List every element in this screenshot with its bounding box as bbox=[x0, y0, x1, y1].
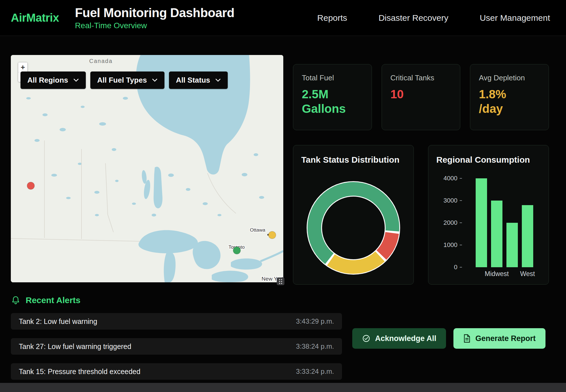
stat-value: 2.5M Gallons bbox=[302, 87, 363, 116]
alert-time: 3:43:29 p.m. bbox=[296, 317, 334, 325]
alerts-heading-text: Recent Alerts bbox=[26, 295, 80, 305]
alerts-body: Tank 2: Low fuel warning 3:43:29 p.m. Ta… bbox=[11, 313, 549, 380]
donut-chart bbox=[305, 179, 402, 276]
alert-actions: Acknowledge All Generate Report bbox=[352, 328, 545, 349]
regional-consumption-chart-card: Regional Consumption 4000 3000 2000 1000… bbox=[428, 145, 549, 285]
regions-filter-label: All Regions bbox=[27, 76, 68, 85]
bell-icon bbox=[11, 295, 21, 305]
stat-card-avg-depletion: Avg Depletion 1.8%/day bbox=[470, 64, 549, 130]
alert-row[interactable]: Tank 15: Pressure threshold exceeded 3:3… bbox=[11, 363, 342, 380]
map-water-lake-ontario bbox=[231, 258, 262, 270]
main-content: Canada Ottawa Toronto New York + − All R… bbox=[0, 36, 566, 285]
recent-alerts-section: Recent Alerts Tank 2: Low fuel warning 3… bbox=[0, 285, 566, 380]
alert-row[interactable]: Tank 27: Low fuel warning triggered 3:38… bbox=[11, 338, 342, 355]
brand-logo: AirMatrix bbox=[11, 11, 59, 24]
stat-card-critical-tanks: Critical Tanks 10 bbox=[382, 64, 461, 130]
map-panel: Canada Ottawa Toronto New York + − All R… bbox=[11, 55, 283, 282]
bar-chart-title: Regional Consumption bbox=[436, 155, 541, 165]
status-filter-dropdown[interactable]: All Status bbox=[169, 72, 228, 89]
stat-card-total-fuel: Total Fuel 2.5M Gallons bbox=[293, 64, 372, 130]
y-tick-label: 3000 bbox=[443, 197, 457, 204]
map-marker-critical[interactable] bbox=[27, 182, 34, 189]
map-marker-normal[interactable] bbox=[233, 247, 241, 254]
stat-label: Total Fuel bbox=[302, 74, 363, 82]
y-tick-mark bbox=[460, 178, 462, 179]
bar[interactable] bbox=[506, 223, 518, 267]
y-tick-label: 2000 bbox=[443, 219, 457, 226]
map-marker-warning[interactable] bbox=[268, 231, 276, 239]
y-tick-label: 4000 bbox=[443, 175, 457, 182]
document-icon bbox=[463, 334, 471, 343]
alert-list: Tank 2: Low fuel warning 3:43:29 p.m. Ta… bbox=[11, 313, 342, 380]
bar[interactable] bbox=[522, 205, 533, 267]
nav-item-disaster-recovery[interactable]: Disaster Recovery bbox=[378, 13, 448, 23]
map-surface: Canada Ottawa Toronto New York bbox=[11, 55, 283, 282]
alert-time: 3:33:24 p.m. bbox=[296, 368, 334, 375]
y-tick-label: 0 bbox=[454, 264, 457, 271]
tank-status-chart-card: Tank Status Distribution bbox=[293, 145, 414, 285]
page-subtitle: Real-Time Overview bbox=[75, 21, 234, 30]
acknowledge-all-label: Acknowledge All bbox=[375, 334, 436, 343]
status-filter-label: All Status bbox=[176, 76, 210, 85]
bar[interactable] bbox=[476, 178, 487, 267]
zoom-in-button[interactable]: + bbox=[18, 62, 27, 72]
x-tick-label: Midwest bbox=[485, 270, 509, 278]
donut-chart-canvas bbox=[305, 179, 402, 276]
bottom-strip bbox=[0, 383, 566, 392]
generate-report-label: Generate Report bbox=[475, 334, 536, 343]
y-tick-mark bbox=[460, 267, 462, 268]
stat-value: 1.8%/day bbox=[479, 87, 508, 116]
bar-group bbox=[462, 178, 541, 267]
fuel-types-filter-label: All Fuel Types bbox=[97, 76, 147, 85]
y-tick-mark bbox=[460, 200, 462, 201]
right-column: Total Fuel 2.5M Gallons Critical Tanks 1… bbox=[293, 55, 549, 285]
chevron-down-icon bbox=[215, 78, 221, 82]
alert-time: 3:38:24 p.m. bbox=[296, 342, 334, 350]
chevron-down-icon bbox=[152, 78, 158, 82]
map-label-ottawa: Ottawa bbox=[250, 227, 265, 233]
nav-item-user-management[interactable]: User Management bbox=[480, 13, 550, 23]
check-circle-icon bbox=[362, 334, 370, 343]
app-header: AirMatrix Fuel Monitoring Dashboard Real… bbox=[0, 0, 566, 36]
generate-report-button[interactable]: Generate Report bbox=[453, 328, 545, 349]
alert-row[interactable]: Tank 2: Low fuel warning 3:43:29 p.m. bbox=[11, 313, 342, 330]
nav-item-reports[interactable]: Reports bbox=[317, 13, 347, 23]
acknowledge-all-button[interactable]: Acknowledge All bbox=[352, 328, 446, 349]
charts-row: Tank Status Distribution Regional Consum… bbox=[293, 145, 549, 285]
chevron-down-icon bbox=[73, 78, 79, 82]
stats-row: Total Fuel 2.5M Gallons Critical Tanks 1… bbox=[293, 64, 549, 130]
bar-chart-y-axis: 4000 3000 2000 1000 0 bbox=[436, 175, 462, 270]
bar-chart: 4000 3000 2000 1000 0 bbox=[436, 178, 541, 280]
map-canvas[interactable]: Canada Ottawa Toronto New York bbox=[11, 55, 283, 282]
stat-label: Avg Depletion bbox=[479, 74, 540, 82]
map-label-canada: Canada bbox=[89, 58, 113, 64]
page-title: Fuel Monitoring Dashboard bbox=[75, 6, 234, 20]
bar[interactable] bbox=[491, 201, 502, 267]
y-tick-mark bbox=[460, 222, 462, 223]
alert-message: Tank 15: Pressure threshold exceeded bbox=[19, 368, 141, 376]
alert-message: Tank 27: Low fuel warning triggered bbox=[19, 342, 131, 351]
fuel-types-filter-dropdown[interactable]: All Fuel Types bbox=[90, 72, 164, 89]
stat-label: Critical Tanks bbox=[390, 74, 452, 82]
alerts-heading: Recent Alerts bbox=[11, 295, 549, 305]
top-nav: Reports Disaster Recovery User Managemen… bbox=[317, 13, 557, 23]
title-block: Fuel Monitoring Dashboard Real-Time Over… bbox=[75, 6, 234, 30]
stat-value: 10 bbox=[390, 87, 452, 101]
x-tick-label: West bbox=[520, 270, 535, 278]
y-tick-mark bbox=[460, 245, 462, 245]
bar-chart-plot: Midwest West bbox=[462, 178, 541, 280]
regions-filter-dropdown[interactable]: All Regions bbox=[21, 72, 86, 89]
donut-chart-title: Tank Status Distribution bbox=[301, 155, 406, 165]
map-filter-bar: All Regions All Fuel Types All Status bbox=[21, 72, 228, 89]
alert-message: Tank 2: Low fuel warning bbox=[19, 317, 97, 326]
bar-chart-x-axis: Midwest West bbox=[462, 270, 541, 280]
map-resize-handle[interactable] bbox=[277, 277, 284, 285]
y-tick-label: 1000 bbox=[443, 241, 457, 249]
